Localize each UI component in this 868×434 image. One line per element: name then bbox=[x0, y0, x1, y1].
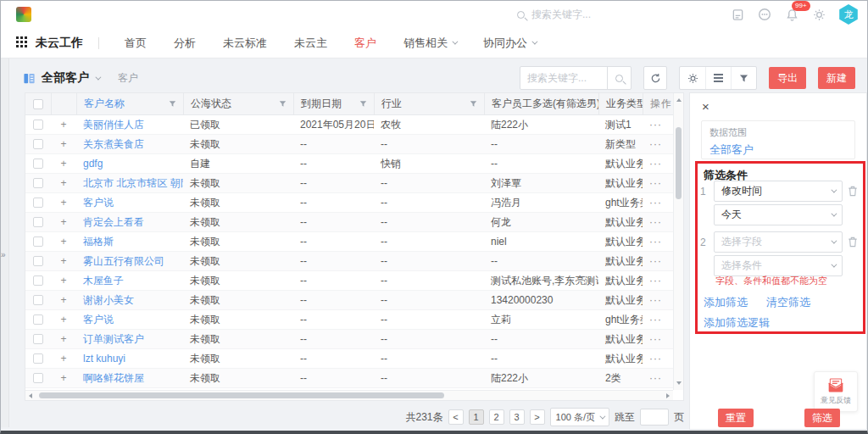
checkbox[interactable] bbox=[33, 159, 43, 169]
row-checkbox-cell[interactable] bbox=[25, 178, 51, 188]
table-row[interactable]: +客户说未领取----冯浩月ght业务类型··· bbox=[25, 193, 683, 213]
row-checkbox-cell[interactable] bbox=[25, 217, 51, 227]
row-expander[interactable]: + bbox=[51, 216, 76, 228]
messages-icon[interactable] bbox=[757, 7, 772, 22]
customer-name-link[interactable]: 客户说 bbox=[76, 196, 183, 210]
table-row[interactable]: +北京市 北京市辖区 朝阳区未领取----刘泽覃默认业务类型··· bbox=[25, 174, 683, 193]
row-more-actions-button[interactable]: ··· bbox=[643, 216, 675, 228]
column-header[interactable]: 操作 bbox=[643, 93, 675, 114]
filter-icon[interactable] bbox=[731, 67, 756, 89]
notifications-icon[interactable]: 99+ bbox=[784, 7, 799, 22]
row-checkbox-cell[interactable] bbox=[25, 275, 51, 286]
table-row[interactable]: +雾山五行有限公司未领取------默认业务类型··· bbox=[25, 252, 683, 271]
checkbox[interactable] bbox=[33, 295, 43, 305]
checkbox[interactable] bbox=[33, 334, 43, 344]
row-checkbox-cell[interactable] bbox=[25, 314, 51, 325]
sidebar-collapse-rail[interactable]: » bbox=[1, 58, 9, 427]
customer-name-link[interactable]: 美丽俏佳人店 bbox=[76, 118, 183, 132]
checkbox[interactable] bbox=[33, 217, 43, 227]
view-selector[interactable]: 全部客户 bbox=[23, 70, 99, 86]
row-expander[interactable]: + bbox=[51, 255, 76, 267]
user-avatar[interactable]: 龙 bbox=[838, 4, 859, 25]
value-select[interactable]: 选择条件 bbox=[714, 255, 843, 276]
checkbox[interactable] bbox=[33, 99, 43, 109]
checkbox[interactable] bbox=[33, 256, 43, 266]
table-search-button[interactable] bbox=[607, 67, 631, 89]
customer-name-link[interactable]: 订单测试客户 bbox=[76, 332, 183, 347]
row-checkbox-cell[interactable] bbox=[25, 373, 51, 383]
checkbox[interactable] bbox=[33, 275, 43, 286]
clear-filter-link[interactable]: 清空筛选 bbox=[766, 295, 810, 310]
row-checkbox-cell[interactable] bbox=[25, 198, 51, 208]
checkbox[interactable] bbox=[33, 373, 43, 383]
delete-condition-icon[interactable] bbox=[848, 236, 858, 248]
nav-item-客户[interactable]: 客户 bbox=[341, 28, 390, 58]
customer-name-link[interactable]: 肯定会上看看 bbox=[76, 215, 183, 230]
row-expander[interactable]: + bbox=[51, 197, 76, 209]
checkbox[interactable] bbox=[33, 198, 43, 208]
page-size-select[interactable]: 100 条/页 bbox=[550, 408, 609, 426]
column-settings-icon[interactable] bbox=[680, 67, 705, 89]
column-filter-icon[interactable] bbox=[169, 100, 176, 108]
row-expander[interactable]: + bbox=[51, 119, 76, 131]
table-row[interactable]: +啊咯鲜花饼屋未领取----陆222小2类··· bbox=[25, 369, 683, 388]
scope-value-link[interactable]: 全部客户 bbox=[709, 142, 847, 158]
row-checkbox-cell[interactable] bbox=[25, 159, 51, 169]
feedback-widget[interactable]: 意见反馈 bbox=[814, 371, 858, 412]
table-search-input[interactable]: 搜索关键字... bbox=[520, 66, 632, 90]
add-filter-logic-link[interactable]: 添加筛选逻辑 bbox=[704, 316, 770, 329]
column-header[interactable]: 客户名称 bbox=[76, 93, 183, 114]
row-more-actions-button[interactable]: ··· bbox=[643, 275, 675, 287]
customer-name-link[interactable]: 北京市 北京市辖区 朝阳区 bbox=[76, 176, 183, 191]
row-checkbox-cell[interactable] bbox=[25, 353, 51, 364]
row-expander[interactable]: + bbox=[51, 177, 76, 189]
create-button[interactable]: 新建 bbox=[818, 67, 855, 89]
customer-name-link[interactable]: lzt kuhuyi bbox=[76, 353, 183, 364]
row-expander[interactable]: + bbox=[51, 294, 76, 306]
row-more-actions-button[interactable]: ··· bbox=[643, 294, 675, 306]
row-more-actions-button[interactable]: ··· bbox=[643, 138, 675, 150]
row-expander[interactable]: + bbox=[51, 236, 76, 248]
nav-item-协同办公[interactable]: 协同办公 bbox=[470, 28, 549, 58]
row-expander[interactable]: + bbox=[51, 158, 76, 170]
customer-name-link[interactable]: 啊咯鲜花饼屋 bbox=[76, 371, 183, 386]
reset-button[interactable]: 重置 bbox=[718, 409, 754, 427]
table-row[interactable]: +美丽俏佳人店已领取2021年05月20日农牧陆222小测试1··· bbox=[25, 115, 683, 135]
customer-name-link[interactable]: 客户说 bbox=[76, 313, 183, 327]
expand-sidebar-icon[interactable]: » bbox=[1, 250, 6, 259]
nav-item-未云主[interactable]: 未云主 bbox=[281, 28, 341, 58]
scroll-right-icon[interactable] bbox=[666, 393, 670, 398]
add-filter-link[interactable]: 添加筛选 bbox=[704, 295, 748, 310]
row-more-actions-button[interactable]: ··· bbox=[643, 314, 675, 326]
row-more-actions-button[interactable]: ··· bbox=[643, 177, 675, 189]
table-row[interactable]: +订单测试客户未领取------默认业务类型··· bbox=[25, 330, 683, 349]
row-density-icon[interactable] bbox=[705, 67, 731, 89]
column-header[interactable]: 客户员工多选(有筛选男) bbox=[484, 93, 598, 114]
table-row[interactable]: +木屋鱼子未领取----测试私池账号,李东亮测试...默认业务类型··· bbox=[25, 271, 683, 291]
customer-name-link[interactable]: 木屋鱼子 bbox=[76, 274, 183, 288]
table-row[interactable]: +谢谢小美女未领取----13420000230默认业务类型··· bbox=[25, 291, 683, 310]
vertical-scrollbar[interactable] bbox=[673, 93, 683, 390]
nav-item-首页[interactable]: 首页 bbox=[111, 28, 160, 58]
checkbox[interactable] bbox=[33, 236, 43, 247]
settings-icon[interactable] bbox=[811, 7, 826, 22]
close-icon[interactable]: × bbox=[702, 100, 709, 113]
row-checkbox-cell[interactable] bbox=[25, 256, 51, 266]
field-select[interactable]: 修改时间 bbox=[714, 181, 843, 202]
nav-item-未云标准[interactable]: 未云标准 bbox=[209, 28, 281, 58]
customer-name-link[interactable]: 关东煮美食店 bbox=[76, 137, 183, 152]
page-button[interactable]: 2 bbox=[489, 409, 504, 425]
page-button[interactable]: 3 bbox=[509, 409, 525, 425]
vertical-scroll-thumb[interactable] bbox=[676, 127, 682, 199]
jump-page-input[interactable] bbox=[640, 409, 669, 426]
column-filter-icon[interactable] bbox=[279, 100, 287, 108]
table-row[interactable]: +lzt kuhuyi未领取------默认业务类型··· bbox=[25, 349, 683, 369]
row-checkbox-cell[interactable] bbox=[25, 334, 51, 344]
prev-page-button[interactable]: < bbox=[448, 409, 464, 425]
customer-name-link[interactable]: gdfg bbox=[76, 158, 183, 170]
apply-filter-button[interactable]: 筛选 bbox=[804, 409, 840, 427]
field-select[interactable]: 选择字段 bbox=[714, 231, 843, 253]
row-more-actions-button[interactable]: ··· bbox=[643, 255, 675, 267]
row-checkbox-cell[interactable] bbox=[25, 120, 51, 130]
row-checkbox-cell[interactable] bbox=[25, 295, 51, 305]
